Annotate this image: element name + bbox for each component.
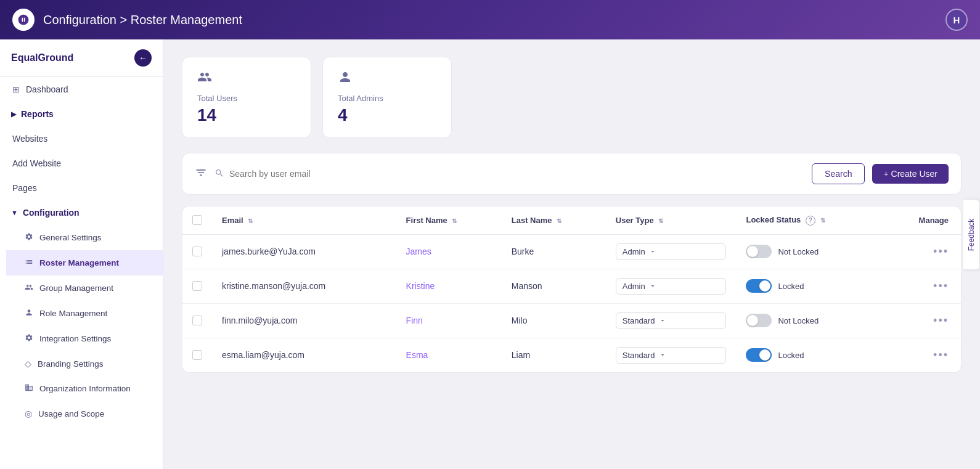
user-type-dropdown-2[interactable]: Standard <box>616 312 727 329</box>
row-checkbox-cell <box>182 303 212 338</box>
locked-label-0: Not Locked <box>778 247 819 256</box>
row-usertype-0: Admin <box>606 234 737 269</box>
row-locked-3: Locked <box>736 338 883 372</box>
sidebar-item-organization-information[interactable]: Organization Information <box>6 376 163 401</box>
row-email-0: james.burke@YuJa.com <box>212 234 396 269</box>
manage-menu-0[interactable]: ••• <box>933 245 949 258</box>
manage-menu-3[interactable]: ••• <box>933 349 949 361</box>
logo <box>12 9 35 31</box>
locked-toggle-wrap-2: Not Locked <box>746 314 873 327</box>
sidebar-item-label: General Settings <box>39 233 102 242</box>
create-user-button[interactable]: + Create User <box>872 164 949 184</box>
user-avatar[interactable]: H <box>945 9 968 31</box>
dropdown-chevron-icon <box>649 282 656 290</box>
dropdown-chevron-icon <box>649 248 656 255</box>
app-layout: EqualGround ← ⊞ Dashboard ▶ Reports Webs… <box>0 39 980 469</box>
th-select-all <box>182 206 212 234</box>
stat-card-total-admins: Total Admins 4 <box>322 57 452 138</box>
sidebar-item-label: Configuration <box>23 208 80 218</box>
sidebar-item-label: Integration Settings <box>39 334 111 343</box>
row-lastname-0: Burke <box>502 234 606 269</box>
row-usertype-1: Admin <box>606 269 737 303</box>
total-admins-value: 4 <box>338 105 436 125</box>
sidebar-item-group-management[interactable]: Group Management <box>6 275 163 301</box>
sidebar-item-label: Reports <box>21 109 54 119</box>
top-header: Configuration > Roster Management H <box>0 0 980 39</box>
sort-lastname-icon[interactable]: ⇅ <box>557 218 561 224</box>
sidebar-item-reports[interactable]: ▶ Reports <box>0 102 163 126</box>
user-type-dropdown-0[interactable]: Admin <box>616 243 727 260</box>
th-manage: Manage <box>883 206 961 234</box>
sidebar-item-websites[interactable]: Websites <box>0 126 163 151</box>
dropdown-chevron-icon <box>659 317 666 324</box>
sidebar-item-label: Group Management <box>39 283 113 293</box>
locked-label-3: Locked <box>778 351 804 360</box>
total-users-label: Total Users <box>197 94 296 103</box>
locked-label-1: Locked <box>778 282 804 291</box>
table-row: james.burke@YuJa.com James Burke Admin N… <box>182 234 961 269</box>
sidebar-item-label: Branding Settings <box>38 359 104 369</box>
locked-toggle-0[interactable] <box>746 245 772 258</box>
sort-email-icon[interactable]: ⇅ <box>248 218 253 224</box>
feedback-tab-wrap: Feedback <box>963 199 980 270</box>
branding-icon: ◇ <box>25 359 31 369</box>
sidebar-item-general-settings[interactable]: General Settings <box>6 225 163 250</box>
breadcrumb-title: Configuration > Roster Management <box>43 13 242 27</box>
usage-icon: ◎ <box>25 409 32 418</box>
sidebar-item-add-website[interactable]: Add Website <box>0 151 163 176</box>
sidebar-brand: EqualGround ← <box>0 39 163 77</box>
sidebar: EqualGround ← ⊞ Dashboard ▶ Reports Webs… <box>0 39 163 469</box>
sidebar-item-usage-and-scope[interactable]: ◎ Usage and Scope <box>6 401 163 426</box>
dropdown-chevron-icon <box>659 351 666 359</box>
row-firstname-0: James <box>396 234 502 269</box>
sidebar-item-label: Role Management <box>39 309 107 318</box>
sort-usertype-icon[interactable]: ⇅ <box>658 218 663 224</box>
feedback-button[interactable]: Feedback <box>963 199 980 270</box>
sidebar-item-roster-management[interactable]: Roster Management <box>6 250 163 275</box>
row-checkbox-3[interactable] <box>192 350 202 360</box>
search-button[interactable]: Search <box>812 163 865 184</box>
integration-icon <box>25 333 33 344</box>
locked-status-help-icon[interactable]: ? <box>806 216 815 226</box>
row-usertype-2: Standard <box>606 303 737 338</box>
row-checkbox-cell <box>182 234 212 269</box>
locked-label-2: Not Locked <box>778 316 819 325</box>
sort-locked-icon[interactable]: ⇅ <box>820 217 825 224</box>
row-manage-2: ••• <box>883 303 961 338</box>
sidebar-item-branding-settings[interactable]: ◇ Branding Settings <box>6 351 163 376</box>
select-all-checkbox[interactable] <box>192 215 202 225</box>
sidebar-item-label: Websites <box>12 134 47 144</box>
sidebar-item-dashboard[interactable]: ⊞ Dashboard <box>0 77 163 102</box>
row-locked-2: Not Locked <box>736 303 883 338</box>
user-type-dropdown-3[interactable]: Standard <box>616 347 727 364</box>
group-icon <box>25 283 33 293</box>
roster-icon <box>25 258 33 268</box>
table-row: esma.liam@yuja.com Esma Liam Standard Lo… <box>182 338 961 372</box>
manage-menu-1[interactable]: ••• <box>933 280 949 292</box>
search-input[interactable] <box>229 169 804 179</box>
row-manage-1: ••• <box>883 269 961 303</box>
user-type-dropdown-1[interactable]: Admin <box>616 278 727 295</box>
row-checkbox-cell <box>182 269 212 303</box>
sidebar-back-button[interactable]: ← <box>134 49 152 67</box>
th-email: Email ⇅ <box>212 206 396 234</box>
sidebar-item-role-management[interactable]: Role Management <box>6 301 163 326</box>
row-checkbox-2[interactable] <box>192 316 202 325</box>
stat-card-total-users: Total Users 14 <box>182 57 311 138</box>
sort-firstname-icon[interactable]: ⇅ <box>452 218 457 224</box>
row-checkbox-1[interactable] <box>192 281 202 291</box>
settings-icon <box>25 232 33 243</box>
sidebar-item-configuration[interactable]: ▼ Configuration <box>0 200 163 225</box>
sidebar-item-label: Organization Information <box>39 384 131 393</box>
sidebar-item-integration-settings[interactable]: Integration Settings <box>6 326 163 351</box>
locked-toggle-1[interactable] <box>746 279 772 293</box>
locked-toggle-2[interactable] <box>746 314 772 327</box>
filter-icon[interactable] <box>195 166 207 182</box>
locked-toggle-3[interactable] <box>746 348 772 362</box>
manage-menu-2[interactable]: ••• <box>933 314 949 327</box>
sidebar-item-pages[interactable]: Pages <box>0 176 163 200</box>
th-locked-status: Locked Status ? ⇅ <box>736 206 883 234</box>
row-lastname-1: Manson <box>502 269 606 303</box>
row-checkbox-0[interactable] <box>192 247 202 256</box>
main-content: Total Users 14 Total Admins 4 <box>163 39 980 469</box>
